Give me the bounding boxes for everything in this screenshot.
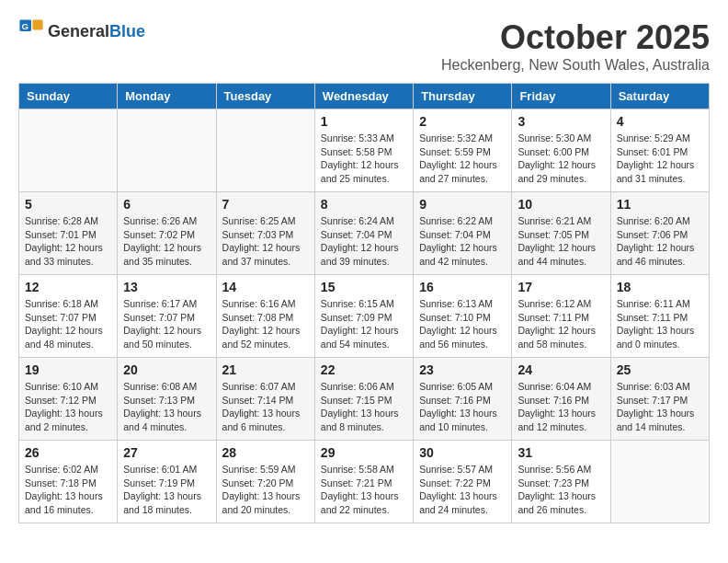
day-info: Sunrise: 6:11 AMSunset: 7:11 PMDaylight:… <box>617 297 703 351</box>
calendar-cell: 11Sunrise: 6:20 AMSunset: 7:06 PMDayligh… <box>610 192 709 275</box>
calendar-cell: 14Sunrise: 6:16 AMSunset: 7:08 PMDayligh… <box>216 275 314 358</box>
day-info: Sunrise: 5:32 AMSunset: 5:59 PMDaylight:… <box>419 132 506 186</box>
day-number: 17 <box>518 280 604 294</box>
day-info: Sunrise: 6:20 AMSunset: 7:06 PMDaylight:… <box>617 214 703 269</box>
calendar-cell <box>610 441 709 523</box>
day-info: Sunrise: 6:16 AMSunset: 7:08 PMDaylight:… <box>222 297 309 351</box>
calendar-cell: 18Sunrise: 6:11 AMSunset: 7:11 PMDayligh… <box>610 275 709 358</box>
day-info: Sunrise: 5:58 AMSunset: 7:21 PMDaylight:… <box>321 463 407 517</box>
calendar-cell: 27Sunrise: 6:01 AMSunset: 7:19 PMDayligh… <box>118 441 216 523</box>
day-info: Sunrise: 5:56 AMSunset: 7:23 PMDaylight:… <box>518 463 604 517</box>
calendar-cell: 8Sunrise: 6:24 AMSunset: 7:04 PMDaylight… <box>314 192 413 275</box>
logo-blue: Blue <box>109 22 145 40</box>
calendar-title: October 2025 <box>441 18 710 57</box>
day-info: Sunrise: 6:06 AMSunset: 7:15 PMDaylight:… <box>321 380 407 434</box>
day-info: Sunrise: 6:13 AMSunset: 7:10 PMDaylight:… <box>419 297 506 351</box>
calendar-cell: 31Sunrise: 5:56 AMSunset: 7:23 PMDayligh… <box>512 441 610 523</box>
day-info: Sunrise: 6:07 AMSunset: 7:14 PMDaylight:… <box>222 380 309 434</box>
day-info: Sunrise: 6:17 AMSunset: 7:07 PMDaylight:… <box>123 297 210 351</box>
day-number: 12 <box>25 280 111 294</box>
day-info: Sunrise: 6:02 AMSunset: 7:18 PMDaylight:… <box>25 463 111 517</box>
calendar-cell: 7Sunrise: 6:25 AMSunset: 7:03 PMDaylight… <box>216 192 314 275</box>
day-number: 4 <box>617 114 703 129</box>
day-number: 2 <box>419 114 506 129</box>
day-number: 6 <box>123 197 210 212</box>
day-number: 28 <box>222 445 309 460</box>
day-info: Sunrise: 5:33 AMSunset: 5:58 PMDaylight:… <box>321 132 407 186</box>
day-number: 22 <box>321 362 407 377</box>
day-info: Sunrise: 6:04 AMSunset: 7:16 PMDaylight:… <box>518 380 604 434</box>
calendar-cell: 16Sunrise: 6:13 AMSunset: 7:10 PMDayligh… <box>414 275 512 358</box>
day-number: 11 <box>617 197 703 212</box>
calendar-cell: 24Sunrise: 6:04 AMSunset: 7:16 PMDayligh… <box>512 358 610 441</box>
calendar-cell: 6Sunrise: 6:26 AMSunset: 7:02 PMDaylight… <box>118 192 216 275</box>
weekday-header-thursday: Thursday <box>414 84 512 109</box>
calendar-cell: 21Sunrise: 6:07 AMSunset: 7:14 PMDayligh… <box>216 358 314 441</box>
weekday-header-sunday: Sunday <box>19 84 118 109</box>
logo-text: GeneralBlue <box>48 22 145 41</box>
day-number: 18 <box>617 280 703 294</box>
day-number: 29 <box>321 445 407 460</box>
day-info: Sunrise: 6:12 AMSunset: 7:11 PMDaylight:… <box>518 297 604 351</box>
calendar-cell: 23Sunrise: 6:05 AMSunset: 7:16 PMDayligh… <box>414 358 512 441</box>
calendar-cell: 1Sunrise: 5:33 AMSunset: 5:58 PMDaylight… <box>314 109 413 192</box>
day-info: Sunrise: 6:10 AMSunset: 7:12 PMDaylight:… <box>25 380 111 434</box>
calendar-cell: 15Sunrise: 6:15 AMSunset: 7:09 PMDayligh… <box>314 275 413 358</box>
calendar-cell: 2Sunrise: 5:32 AMSunset: 5:59 PMDaylight… <box>414 109 512 192</box>
svg-rect-1 <box>32 19 42 29</box>
day-number: 3 <box>518 114 604 129</box>
day-info: Sunrise: 5:57 AMSunset: 7:22 PMDaylight:… <box>419 463 506 517</box>
calendar-cell: 10Sunrise: 6:21 AMSunset: 7:05 PMDayligh… <box>512 192 610 275</box>
day-info: Sunrise: 6:22 AMSunset: 7:04 PMDaylight:… <box>419 214 506 269</box>
day-number: 24 <box>518 362 604 377</box>
day-info: Sunrise: 6:18 AMSunset: 7:07 PMDaylight:… <box>25 297 111 351</box>
day-info: Sunrise: 6:01 AMSunset: 7:19 PMDaylight:… <box>123 463 210 517</box>
svg-text:G: G <box>22 21 29 31</box>
day-number: 21 <box>222 362 309 377</box>
day-info: Sunrise: 6:26 AMSunset: 7:02 PMDaylight:… <box>123 214 210 269</box>
calendar-cell <box>19 109 118 192</box>
day-number: 19 <box>25 362 111 377</box>
day-number: 27 <box>123 445 210 460</box>
calendar-week-row: 12Sunrise: 6:18 AMSunset: 7:07 PMDayligh… <box>19 275 710 358</box>
calendar-cell: 12Sunrise: 6:18 AMSunset: 7:07 PMDayligh… <box>19 275 118 358</box>
day-number: 23 <box>419 362 506 377</box>
day-number: 1 <box>321 114 407 129</box>
day-number: 26 <box>25 445 111 460</box>
calendar-week-row: 1Sunrise: 5:33 AMSunset: 5:58 PMDaylight… <box>19 109 710 192</box>
day-info: Sunrise: 6:24 AMSunset: 7:04 PMDaylight:… <box>321 214 407 269</box>
day-info: Sunrise: 5:29 AMSunset: 6:01 PMDaylight:… <box>617 132 703 186</box>
day-number: 9 <box>419 197 506 212</box>
calendar-cell: 25Sunrise: 6:03 AMSunset: 7:17 PMDayligh… <box>610 358 709 441</box>
day-info: Sunrise: 5:59 AMSunset: 7:20 PMDaylight:… <box>222 463 309 517</box>
calendar-week-row: 5Sunrise: 6:28 AMSunset: 7:01 PMDaylight… <box>19 192 710 275</box>
header: G GeneralBlue October 2025 Heckenberg, N… <box>18 18 710 74</box>
title-area: October 2025 Heckenberg, New South Wales… <box>441 18 710 74</box>
day-info: Sunrise: 6:25 AMSunset: 7:03 PMDaylight:… <box>222 214 309 269</box>
calendar-cell <box>118 109 216 192</box>
calendar-cell: 9Sunrise: 6:22 AMSunset: 7:04 PMDaylight… <box>414 192 512 275</box>
calendar-cell: 26Sunrise: 6:02 AMSunset: 7:18 PMDayligh… <box>19 441 118 523</box>
day-number: 16 <box>419 280 506 294</box>
day-number: 5 <box>25 197 111 212</box>
weekday-header-saturday: Saturday <box>610 84 709 109</box>
day-info: Sunrise: 6:03 AMSunset: 7:17 PMDaylight:… <box>617 380 703 434</box>
day-number: 15 <box>321 280 407 294</box>
day-info: Sunrise: 5:30 AMSunset: 6:00 PMDaylight:… <box>518 132 604 186</box>
calendar-cell: 4Sunrise: 5:29 AMSunset: 6:01 PMDaylight… <box>610 109 709 192</box>
calendar-week-row: 26Sunrise: 6:02 AMSunset: 7:18 PMDayligh… <box>19 441 710 523</box>
logo-icon: G <box>18 18 44 44</box>
day-number: 30 <box>419 445 506 460</box>
weekday-header-tuesday: Tuesday <box>216 84 314 109</box>
weekday-header-friday: Friday <box>512 84 610 109</box>
day-info: Sunrise: 6:08 AMSunset: 7:13 PMDaylight:… <box>123 380 210 434</box>
day-number: 14 <box>222 280 309 294</box>
calendar-cell: 13Sunrise: 6:17 AMSunset: 7:07 PMDayligh… <box>118 275 216 358</box>
calendar-cell: 17Sunrise: 6:12 AMSunset: 7:11 PMDayligh… <box>512 275 610 358</box>
day-info: Sunrise: 6:15 AMSunset: 7:09 PMDaylight:… <box>321 297 407 351</box>
logo: G GeneralBlue <box>18 18 145 44</box>
calendar-table: SundayMondayTuesdayWednesdayThursdayFrid… <box>18 83 710 523</box>
calendar-cell <box>216 109 314 192</box>
day-number: 7 <box>222 197 309 212</box>
calendar-cell: 30Sunrise: 5:57 AMSunset: 7:22 PMDayligh… <box>414 441 512 523</box>
